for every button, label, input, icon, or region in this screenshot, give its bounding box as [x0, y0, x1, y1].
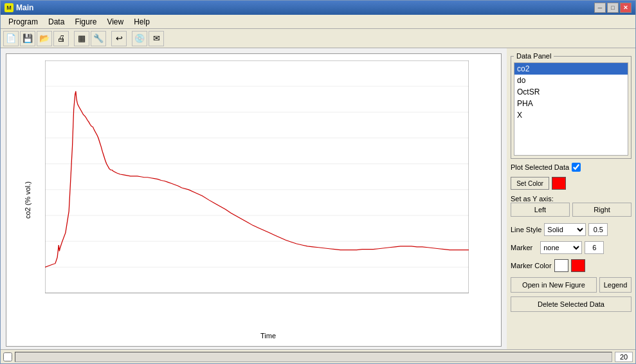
- data-listbox[interactable]: co2 do OctSR PHA X: [514, 62, 628, 156]
- right-panel: Data Panel co2 do OctSR PHA X Plot Selec…: [507, 48, 635, 349]
- list-item-x[interactable]: X: [514, 109, 628, 121]
- color-swatch[interactable]: [552, 177, 566, 190]
- data-panel-group: Data Panel co2 do OctSR PHA X: [511, 52, 631, 159]
- scroll-value: 20: [615, 352, 633, 362]
- horizontal-scrollbar[interactable]: [15, 352, 612, 362]
- marker-size-input[interactable]: [585, 241, 604, 254]
- title-bar: M Main ─ □ ✕: [1, 1, 635, 15]
- menu-bar: Program Data Figure View Help: [1, 15, 635, 29]
- marker-color-swatch-red[interactable]: [571, 259, 585, 272]
- svg-rect-31: [45, 60, 469, 293]
- marker-color-label: Marker Color: [511, 262, 552, 269]
- menu-program[interactable]: Program: [3, 16, 43, 28]
- list-item-do[interactable]: do: [514, 75, 628, 86]
- menu-view[interactable]: View: [102, 16, 129, 28]
- menu-help[interactable]: Help: [129, 16, 155, 28]
- chart-container: co2 (% vol.) Time 1.8: [6, 53, 502, 347]
- new-button[interactable]: 📄: [3, 31, 19, 46]
- marker-select[interactable]: none o +: [540, 241, 582, 254]
- y-axis-section-label: Set as Y axis:: [511, 195, 631, 203]
- line-style-select[interactable]: Solid Dashed Dotted: [544, 223, 586, 236]
- menu-data[interactable]: Data: [43, 16, 69, 28]
- data-panel-group-label: Data Panel: [514, 52, 554, 60]
- save-button[interactable]: 💾: [20, 31, 35, 46]
- open-button[interactable]: 📂: [37, 31, 52, 46]
- grid-button[interactable]: ▦: [74, 31, 89, 46]
- maximize-button[interactable]: □: [607, 3, 619, 13]
- left-axis-button[interactable]: Left: [511, 203, 570, 217]
- y-axis-label: co2 (% vol.): [24, 181, 32, 219]
- chart-svg: 1.8 1.6 1.4 1.2 1.0 0.8 0.6 0.4 0.2 0 0 …: [45, 60, 469, 295]
- line-width-input[interactable]: [588, 223, 608, 236]
- window-title: Main: [16, 3, 33, 12]
- disk-button[interactable]: 💿: [132, 31, 147, 46]
- list-item-co2[interactable]: co2: [514, 63, 628, 75]
- close-button[interactable]: ✕: [620, 3, 631, 13]
- plot-selected-label: Plot Selected Data: [511, 163, 569, 171]
- open-figure-button[interactable]: Open in New Figure: [511, 277, 597, 293]
- set-color-button[interactable]: Set Color: [511, 177, 549, 190]
- plot-selected-checkbox[interactable]: [572, 163, 581, 172]
- statusbar-checkbox[interactable]: [3, 352, 12, 361]
- delete-selected-button[interactable]: Delete Selected Data: [511, 296, 631, 312]
- right-axis-button[interactable]: Right: [572, 203, 631, 217]
- undo-button[interactable]: ↩: [111, 31, 127, 46]
- window-controls: ─ □ ✕: [594, 3, 631, 13]
- plot-selected-row: Plot Selected Data: [511, 163, 631, 172]
- marker-color-row: Marker Color: [511, 259, 631, 272]
- minimize-button[interactable]: ─: [594, 3, 606, 13]
- list-item-pha[interactable]: PHA: [514, 98, 628, 109]
- list-item-octsr[interactable]: OctSR: [514, 86, 628, 98]
- print-button[interactable]: 🖨: [53, 31, 69, 46]
- line-style-label: Line Style: [511, 226, 541, 233]
- y-axis-section: Set as Y axis: Left Right: [511, 195, 631, 218]
- marker-row: Marker none o +: [511, 241, 631, 254]
- marker-label: Marker: [511, 244, 532, 251]
- export-button[interactable]: ✉: [149, 31, 164, 46]
- action-buttons-row: Open in New Figure Legend: [511, 277, 631, 293]
- marker-color-swatch-white[interactable]: [554, 259, 568, 272]
- app-icon: M: [5, 3, 14, 12]
- main-content: co2 (% vol.) Time 1.8: [1, 48, 635, 349]
- toolbar: 📄 💾 📂 🖨 ▦ 🔧 ↩ 💿 ✉: [1, 29, 635, 48]
- settings-button[interactable]: 🔧: [91, 31, 106, 46]
- set-color-row: Set Color: [511, 177, 631, 190]
- main-window: M Main ─ □ ✕ Program Data Figure View He…: [0, 0, 636, 364]
- statusbar: 20: [1, 349, 635, 363]
- legend-button[interactable]: Legend: [599, 277, 631, 293]
- menu-figure[interactable]: Figure: [69, 16, 102, 28]
- plot-area: co2 (% vol.) Time 1.8: [1, 48, 507, 349]
- line-style-row: Line Style Solid Dashed Dotted: [511, 223, 631, 236]
- y-axis-buttons: Left Right: [511, 203, 631, 217]
- x-axis-label: Time: [42, 332, 495, 340]
